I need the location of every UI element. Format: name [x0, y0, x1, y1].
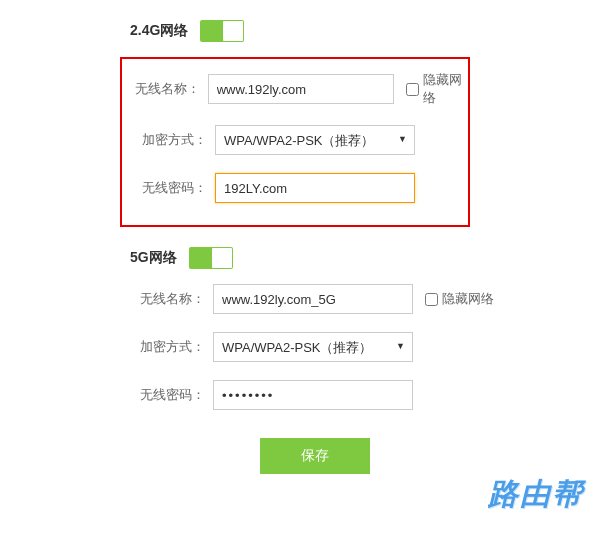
input-24g-ssid[interactable]	[208, 74, 394, 104]
checkbox-group-5g-hide: 隐藏网络	[425, 290, 494, 308]
select-wrap-24g-encrypt: WPA/WPA2-PSK（推荐）	[215, 125, 415, 155]
save-button[interactable]: 保存	[260, 438, 370, 474]
section-5g-title: 5G网络	[130, 249, 177, 267]
toggle-24g-handle	[223, 21, 243, 41]
section-24g-header: 2.4G网络	[130, 20, 600, 42]
save-button-wrap: 保存	[0, 438, 600, 474]
toggle-24g[interactable]	[200, 20, 244, 42]
checkbox-5g-hide[interactable]	[425, 293, 438, 306]
label-24g-encrypt: 加密方式：	[132, 131, 207, 149]
row-5g-password: 无线密码：	[0, 380, 600, 410]
section-5g: 5G网络 无线名称： 隐藏网络 加密方式： WPA/WPA2-PSK（推荐） 无…	[0, 247, 600, 410]
checkbox-group-24g-hide: 隐藏网络	[406, 71, 468, 107]
label-24g-password: 无线密码：	[132, 179, 207, 197]
section-5g-header: 5G网络	[130, 247, 600, 269]
row-5g-ssid: 无线名称： 隐藏网络	[0, 284, 600, 314]
input-5g-ssid[interactable]	[213, 284, 413, 314]
label-5g-ssid: 无线名称：	[130, 290, 205, 308]
section-24g-title: 2.4G网络	[130, 22, 188, 40]
label-5g-password: 无线密码：	[130, 386, 205, 404]
label-24g-hide: 隐藏网络	[423, 71, 468, 107]
select-24g-encrypt[interactable]: WPA/WPA2-PSK（推荐）	[215, 125, 415, 155]
input-24g-password[interactable]	[215, 173, 415, 203]
highlight-box-24g: 无线名称： 隐藏网络 加密方式： WPA/WPA2-PSK（推荐） 无线密码：	[120, 57, 470, 227]
label-5g-encrypt: 加密方式：	[130, 338, 205, 356]
input-5g-password[interactable]	[213, 380, 413, 410]
checkbox-24g-hide[interactable]	[406, 83, 419, 96]
row-24g-ssid: 无线名称： 隐藏网络	[122, 71, 468, 107]
toggle-5g-handle	[212, 248, 232, 268]
toggle-5g[interactable]	[189, 247, 233, 269]
row-5g-encrypt: 加密方式： WPA/WPA2-PSK（推荐）	[0, 332, 600, 362]
select-5g-encrypt[interactable]: WPA/WPA2-PSK（推荐）	[213, 332, 413, 362]
row-24g-password: 无线密码：	[122, 173, 468, 203]
label-5g-hide: 隐藏网络	[442, 290, 494, 308]
label-24g-ssid: 无线名称：	[132, 80, 200, 98]
select-wrap-5g-encrypt: WPA/WPA2-PSK（推荐）	[213, 332, 413, 362]
watermark: 路由帮	[488, 474, 584, 515]
row-24g-encrypt: 加密方式： WPA/WPA2-PSK（推荐）	[122, 125, 468, 155]
